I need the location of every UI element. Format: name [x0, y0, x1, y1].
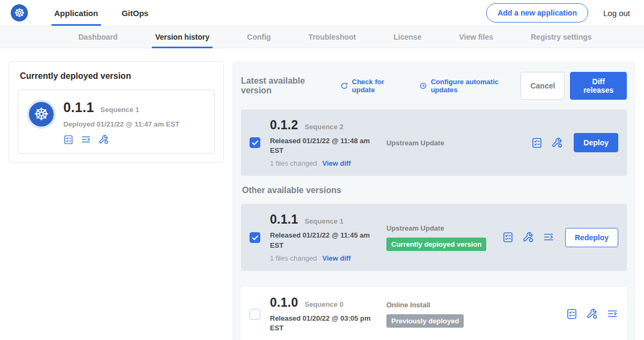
version-checkbox[interactable]: [250, 137, 260, 148]
released-timestamp: Released 01/20/22 @ 03:05 pm EST: [270, 314, 372, 333]
release-notes-icon[interactable]: [63, 135, 74, 145]
deployed-action-icons: [63, 135, 179, 145]
files-changed-label: 1 files changed: [270, 254, 317, 262]
deployed-version-number: 0.1.1: [63, 100, 94, 115]
version-source: Upstream Update Currently deployed versi…: [384, 224, 502, 251]
view-diff-link[interactable]: View diff: [322, 254, 350, 262]
config-icon[interactable]: [552, 137, 563, 149]
app-subnav: Dashboard Version history Config Trouble…: [0, 26, 644, 48]
source-label: Upstream Update: [386, 139, 531, 147]
deploy-logs-icon[interactable]: [543, 232, 554, 243]
version-checkbox[interactable]: [250, 309, 260, 320]
subnav-tab-registry-settings[interactable]: Registry settings: [528, 26, 595, 48]
release-notes-icon[interactable]: [566, 308, 577, 320]
deploy-button[interactable]: Deploy: [574, 133, 618, 152]
sequence-label: Sequence 0: [305, 300, 343, 308]
refresh-icon: [340, 82, 348, 90]
config-icon[interactable]: [523, 232, 534, 243]
clock-icon: [419, 82, 427, 90]
subnav-tab-view-files[interactable]: View files: [456, 26, 496, 48]
nav-tab-gitops-label: GitOps: [122, 9, 149, 18]
redeploy-button[interactable]: Redeploy: [565, 228, 618, 247]
previously-deployed-badge: Previously deployed: [386, 314, 464, 328]
deployed-timestamp: Deployed 01/21/22 @ 11:47 am EST: [63, 120, 179, 128]
version-row: 0.1.1 Sequence 1 Released 01/21/22 @ 11:…: [241, 204, 627, 270]
view-diff-link[interactable]: View diff: [322, 159, 350, 167]
version-info: 0.1.0 Sequence 0 Released 01/20/22 @ 03:…: [270, 295, 384, 333]
available-versions-header: Latest available version Check for updat…: [241, 72, 627, 100]
subnav-tab-version-history[interactable]: Version history: [152, 26, 213, 48]
released-timestamp: Released 01/21/22 @ 11:48 am EST: [270, 136, 372, 156]
subnav-tab-license[interactable]: License: [390, 26, 425, 48]
kubernetes-logo: ☸: [11, 4, 28, 21]
config-icon[interactable]: [587, 308, 598, 320]
top-navbar: ☸ Application GitOps Add a new applicati…: [0, 0, 644, 26]
cancel-button[interactable]: Cancel: [521, 72, 565, 100]
version-source: Upstream Update: [384, 139, 531, 147]
version-row: 0.1.0 Sequence 0 Released 01/20/22 @ 03:…: [241, 287, 627, 340]
helm-wheel-icon: ☸: [14, 7, 25, 19]
source-label: Upstream Update: [386, 224, 502, 232]
subnav-tab-dashboard[interactable]: Dashboard: [75, 26, 121, 48]
deploy-logs-icon[interactable]: [607, 308, 618, 320]
sequence-label: Sequence 2: [305, 123, 343, 131]
other-versions-title: Other available versions: [242, 186, 626, 195]
version-actions: Redeploy: [502, 228, 618, 247]
sequence-label: Sequence 1: [305, 217, 343, 225]
deployed-version-card: ☸ 0.1.1 Sequence 1 Deployed 01/21/22 @ 1…: [18, 90, 215, 154]
version-info: 0.1.1 Sequence 1 Released 01/21/22 @ 11:…: [270, 212, 384, 262]
subnav-tab-troubleshoot[interactable]: Troubleshoot: [305, 26, 360, 48]
configure-auto-updates-link[interactable]: Configure automatic updates: [419, 78, 521, 94]
version-checkbox[interactable]: [250, 232, 260, 243]
check-for-update-label: Check for update: [352, 78, 405, 94]
diff-releases-button[interactable]: Diff releases: [570, 72, 627, 100]
currently-deployed-panel: Currently deployed version ☸ 0.1.1 Seque…: [9, 61, 224, 163]
source-label: Online Install: [386, 301, 566, 309]
subnav-tab-config[interactable]: Config: [244, 26, 274, 48]
version-number: 0.1.1: [270, 212, 298, 227]
app-icon: ☸: [29, 102, 54, 127]
nav-tab-application-label: Application: [54, 9, 98, 18]
deploy-logs-icon[interactable]: [81, 135, 91, 145]
primary-nav: Application GitOps: [52, 0, 170, 26]
latest-available-title: Latest available version: [241, 76, 332, 95]
logout-link[interactable]: Log out: [603, 9, 630, 18]
config-icon[interactable]: [99, 135, 109, 145]
version-actions: Deploy: [531, 133, 618, 152]
deployed-version-info: 0.1.1 Sequence 1 Deployed 01/21/22 @ 11:…: [63, 99, 179, 145]
version-source: Online Install Previously deployed: [384, 301, 566, 328]
version-info: 0.1.2 Sequence 2 Released 01/21/22 @ 11:…: [270, 118, 384, 167]
nav-tab-gitops[interactable]: GitOps: [119, 0, 151, 26]
check-for-update-link[interactable]: Check for update: [340, 78, 405, 94]
version-history-panel: Latest available version Check for updat…: [232, 61, 635, 340]
configure-auto-updates-label: Configure automatic updates: [431, 78, 521, 94]
deployed-sequence-label: Sequence 1: [100, 106, 139, 114]
version-number: 0.1.2: [270, 118, 298, 132]
released-timestamp: Released 01/21/22 @ 11:45 am EST: [270, 231, 372, 250]
version-number: 0.1.0: [270, 295, 298, 310]
version-actions: [566, 308, 618, 320]
release-notes-icon[interactable]: [531, 137, 543, 149]
currently-deployed-badge: Currently deployed version: [386, 238, 486, 251]
add-application-button[interactable]: Add a new application: [486, 3, 588, 23]
nav-tab-application[interactable]: Application: [52, 0, 101, 26]
release-notes-icon[interactable]: [502, 232, 514, 243]
files-changed-label: 1 files changed: [270, 159, 317, 167]
header-actions: Cancel Diff releases: [521, 72, 627, 100]
version-row: 0.1.2 Sequence 2 Released 01/21/22 @ 11:…: [241, 109, 627, 176]
main-content: Currently deployed version ☸ 0.1.1 Seque…: [0, 48, 644, 340]
helm-wheel-icon: ☸: [34, 106, 49, 123]
deployed-section-title: Currently deployed version: [20, 71, 215, 81]
